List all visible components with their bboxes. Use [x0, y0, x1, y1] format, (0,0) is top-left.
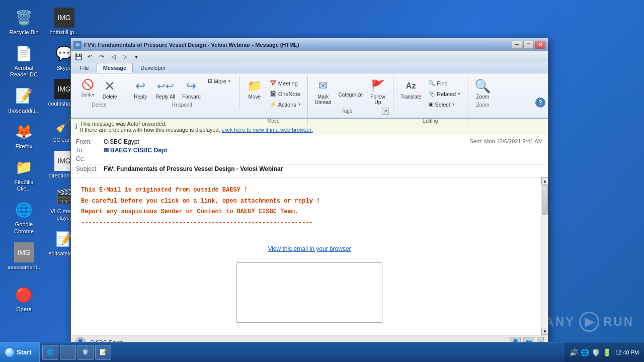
move-button[interactable]: 📁 Move — [244, 76, 266, 101]
follow-up-icon: 🚩 — [370, 78, 386, 94]
desktop-icon-acrobat[interactable]: 📄 Acrobat Reader DC — [5, 41, 43, 80]
meeting-button[interactable]: 📅 Meeting — [267, 78, 303, 88]
ribbon-tabs: File Message Developer — [71, 62, 548, 73]
zoom-group-items: 🔍 Zoom — [471, 76, 494, 101]
move-group-label: Move — [267, 118, 279, 125]
reply-button[interactable]: ↩ Reply — [129, 76, 151, 101]
junk-icon: 🚫 — [82, 78, 94, 90]
infobar-view-link[interactable]: click here to view it in a web browser. — [222, 127, 313, 133]
meeting-icon: 📅 — [270, 80, 277, 86]
save-qa-button[interactable]: 💾 — [73, 52, 84, 61]
back-qa-button[interactable]: ◁ — [108, 52, 118, 61]
customize-qa-button[interactable]: ▾ — [131, 52, 141, 61]
infobar-line2-prefix: If there are problems with how this mess… — [80, 127, 222, 133]
ie-icon: 🌐 — [47, 349, 54, 355]
reply-all-label: Reply All — [155, 94, 175, 100]
view-browser-link[interactable]: View this email in your browser — [81, 245, 538, 252]
zoom-button[interactable]: 🔍 Zoom — [471, 76, 494, 101]
mark-unread-button[interactable]: ✉ MarkUnread — [312, 76, 335, 107]
ribbon-group-zoom: 🔍 Zoom Zoom — [467, 75, 498, 109]
reply-all-button[interactable]: ↩↩ Reply All — [152, 76, 178, 101]
tab-file[interactable]: File — [73, 63, 96, 73]
start-button[interactable]: Start — [0, 342, 40, 362]
delete-button[interactable]: ✕ Delete — [99, 76, 121, 101]
opera-label: Opera — [16, 306, 32, 313]
related-button[interactable]: 📎 Related ▾ — [425, 89, 463, 99]
help-button[interactable]: ? — [535, 98, 545, 108]
tray-network-icon[interactable]: 🌐 — [581, 348, 589, 356]
chrome-icon: 🌐 — [14, 200, 34, 220]
minimize-button[interactable]: ─ — [512, 41, 522, 49]
redo-qa-button[interactable]: ↷ — [97, 52, 107, 61]
tray-security-icon[interactable]: 🛡️ — [592, 348, 600, 356]
infobar-line2: If there are problems with how this mess… — [80, 127, 313, 133]
zoom-group-label: Zoom — [476, 102, 489, 109]
desktop-icon-bothstill[interactable]: IMG bothstill.jp... — [45, 5, 83, 38]
sent-date: Mon 12/6/2021 9:41 AM — [484, 138, 543, 144]
forward-label: Forward — [182, 94, 201, 100]
categorize-label: Categorize — [339, 92, 363, 98]
media-icon: 🎵 — [64, 349, 71, 355]
watermark: ANY ▶ RUN — [545, 312, 634, 332]
opera-icon: 🔴 — [14, 285, 34, 305]
tab-developer[interactable]: Developer — [134, 63, 172, 73]
scrollbar-down-button[interactable]: ▼ — [541, 328, 548, 335]
more-label: More — [214, 78, 226, 84]
tray-battery-icon[interactable]: 🔋 — [603, 348, 611, 356]
find-button[interactable]: 🔍 Find — [425, 78, 463, 88]
undo-qa-button[interactable]: ↶ — [85, 52, 95, 61]
taskbar-items: 🌐 🎵 🛡️ 📝 — [40, 342, 565, 362]
categorize-button[interactable]: Categorize — [336, 76, 366, 99]
quick-access-toolbar: 💾 ↶ ↷ ◁ ▷ ▾ — [71, 51, 548, 62]
scrollbar-up-button[interactable]: ▲ — [541, 177, 548, 185]
mark-unread-icon: ✉ — [315, 78, 331, 94]
tray-volume-icon[interactable]: 🔊 — [570, 348, 578, 356]
editing-group-items: Az Translate 🔍 Find 📎 Related ▾ — [397, 76, 463, 117]
email-from-row: From: CISBC Egypt Sent: Mon 12/6/2021 9:… — [76, 138, 543, 145]
tags-expand-icon[interactable]: ↗ — [382, 108, 389, 115]
scrollbar-thumb[interactable] — [542, 185, 548, 215]
junk-button[interactable]: 🚫 Junk ▾ — [77, 76, 98, 100]
desktop-icon-opera[interactable]: 🔴 Opera — [5, 282, 43, 315]
more-button[interactable]: ⊞ More ▾ — [205, 76, 235, 86]
translate-button[interactable]: Az Translate — [397, 76, 424, 101]
taskbar-item-antivirus[interactable]: 🛡️ — [77, 345, 94, 360]
desktop: 🗑️ Recycle Bin 📄 Acrobat Reader DC 📝 tho… — [0, 0, 644, 362]
taskbar-item-ie[interactable]: 🌐 — [42, 345, 58, 360]
subject-value: FW: Fundamentals of Pressure Vessel Desi… — [104, 165, 543, 172]
categorize-icon — [344, 78, 358, 92]
select-button[interactable]: ▣ Select ▾ — [425, 100, 463, 109]
follow-up-button[interactable]: 🚩 FollowUp — [367, 76, 389, 107]
close-button[interactable]: ✕ — [535, 41, 545, 49]
warning-divider: ----------------------------------------… — [81, 218, 538, 229]
ribbon-group-delete: 🚫 Junk ▾ ✕ Delete Delete — [73, 75, 125, 109]
forward-button[interactable]: ↪ Forward — [179, 76, 204, 101]
recycle-bin-icon: 🗑️ — [14, 8, 34, 28]
window-title: FVV: Fundamentals of Pressure Vessel Des… — [84, 42, 299, 48]
header-divider — [76, 164, 543, 164]
move-group-items: 📁 Move 📅 Meeting 📓 OneNote ⚡ — [244, 76, 303, 117]
onenote-button[interactable]: 📓 OneNote — [267, 89, 303, 99]
email-cc-row: Cc: — [76, 155, 543, 162]
taskbar: Start 🌐 🎵 🛡️ 📝 🔊 🌐 🛡️ 🔋 — [0, 342, 644, 362]
meeting-label: Meeting — [278, 80, 298, 86]
desktop-icon-assessment[interactable]: IMG assessment... — [5, 240, 43, 280]
watermark-text: ANY — [545, 315, 575, 329]
desktop-icon-word[interactable]: 📝 thoseadditi... — [5, 83, 43, 117]
forward-qa-button[interactable]: ▷ — [120, 52, 130, 61]
filezilla-icon: 📁 — [14, 157, 34, 177]
clock-time: 12:40 PM — [615, 349, 639, 355]
start-label: Start — [17, 348, 32, 356]
tab-message[interactable]: Message — [97, 63, 133, 73]
actions-label: Actions — [278, 102, 296, 108]
desktop-icon-chrome[interactable]: 🌐 Google Chrome — [5, 197, 43, 237]
maximize-button[interactable]: □ — [523, 41, 534, 49]
desktop-icon-firefox[interactable]: 🦊 Firefox — [5, 119, 43, 152]
respond-group-items: ↩ Reply ↩↩ Reply All ↪ Forward ⊞ — [129, 76, 235, 101]
related-dropdown-icon: ▾ — [458, 92, 460, 96]
taskbar-item-media[interactable]: 🎵 — [60, 345, 76, 360]
desktop-icon-filezilla[interactable]: 📁 FileZilla Clie... — [5, 155, 43, 195]
desktop-icon-recycle-bin[interactable]: 🗑️ Recycle Bin — [5, 5, 43, 38]
actions-button[interactable]: ⚡ Actions ▾ — [267, 100, 303, 109]
taskbar-item-word-doc[interactable]: 📝 — [95, 345, 111, 360]
